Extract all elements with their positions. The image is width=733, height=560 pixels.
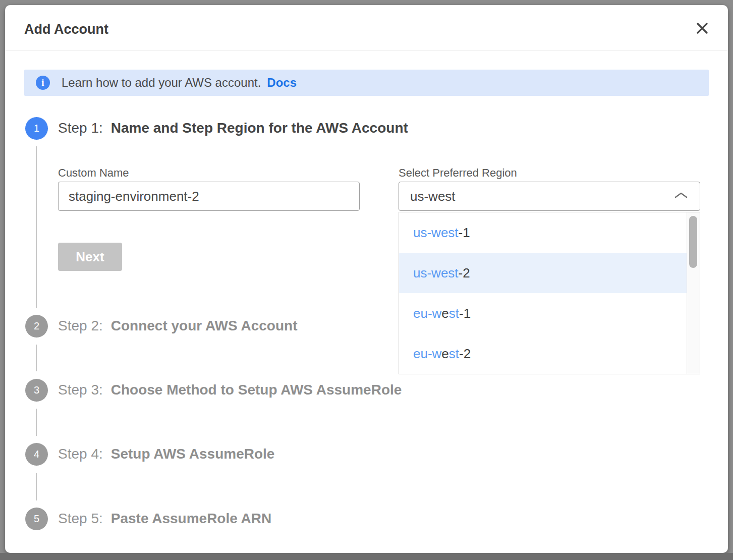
info-icon: i <box>36 76 50 90</box>
region-select[interactable]: us-west <box>399 182 700 211</box>
step-4-circle: 4 <box>25 443 48 466</box>
step-3-number: 3 <box>34 384 39 396</box>
option-rest-text: -1 <box>459 225 470 241</box>
dropdown-scrollbar-track[interactable] <box>687 212 700 374</box>
option-rest-text: e <box>441 346 448 362</box>
option-match-text: us-west <box>413 265 459 281</box>
step-4-number: 4 <box>34 449 39 460</box>
step-3-title: Choose Method to Setup AWS AssumeRole <box>111 382 402 398</box>
backdrop-bottom-edge <box>0 553 733 560</box>
region-option-us-west-2[interactable]: us-west-2 <box>399 253 687 293</box>
option-rest-text: -1 <box>459 306 471 321</box>
custom-name-label: Custom Name <box>58 166 129 180</box>
docs-link[interactable]: Docs <box>267 76 297 90</box>
step-connector-1-2 <box>36 146 37 308</box>
region-option-eu-west-2[interactable]: eu-west-2 <box>399 333 687 374</box>
step-connector-2-3 <box>36 345 37 371</box>
step-4-prefix: Step 4: <box>58 446 103 462</box>
region-option-us-west-1[interactable]: us-west-1 <box>399 212 687 253</box>
info-banner-text: Learn how to add your AWS account. <box>62 76 261 90</box>
chevron-up-icon <box>673 191 689 202</box>
step-connector-4-5 <box>36 473 37 500</box>
option-match-text: eu-w <box>413 346 441 362</box>
step-connector-3-4 <box>36 409 37 436</box>
info-banner: i Learn how to add your AWS account. Doc… <box>24 70 709 96</box>
step-2-heading: Step 2: Connect your AWS Account <box>58 311 297 341</box>
region-select-value: us-west <box>410 189 456 204</box>
step-5-title: Paste AssumeRole ARN <box>111 511 271 527</box>
step-5-heading: Step 5: Paste AssumeRole ARN <box>58 503 271 534</box>
step-4-title: Setup AWS AssumeRole <box>111 446 275 462</box>
step-3-heading: Step 3: Choose Method to Setup AWS Assum… <box>58 375 402 405</box>
option-rest-text: -2 <box>459 346 471 362</box>
option-rest-text: e <box>441 306 448 321</box>
step-3-circle: 3 <box>25 379 48 402</box>
step-5-prefix: Step 5: <box>58 511 103 527</box>
region-option-eu-west-1[interactable]: eu-west-1 <box>399 293 687 333</box>
close-icon <box>695 21 710 36</box>
modal-title: Add Account <box>24 22 108 37</box>
step-5-circle: 5 <box>25 508 48 530</box>
step-1-prefix: Step 1: <box>58 120 103 136</box>
step-1-heading: Step 1: Name and Step Region for the AWS… <box>58 113 408 143</box>
region-label: Select Preferred Region <box>399 166 517 180</box>
step-1-number: 1 <box>34 123 39 134</box>
option-match-text: st <box>449 346 459 362</box>
step-1-circle: 1 <box>25 117 48 140</box>
option-match-text: us-west <box>413 225 459 241</box>
custom-name-input[interactable] <box>58 182 360 211</box>
modal-header: Add Account <box>5 5 728 50</box>
step-1-title: Name and Step Region for the AWS Account <box>111 120 408 136</box>
next-button[interactable]: Next <box>58 243 122 271</box>
step-4-heading: Step 4: Setup AWS AssumeRole <box>58 439 274 469</box>
option-match-text: st <box>449 306 459 321</box>
step-3-prefix: Step 3: <box>58 382 103 398</box>
close-button[interactable] <box>692 18 712 38</box>
dropdown-scrollbar-thumb[interactable] <box>689 216 697 268</box>
option-rest-text: -2 <box>459 265 470 281</box>
step-2-number: 2 <box>34 320 39 332</box>
step-2-prefix: Step 2: <box>58 318 103 334</box>
option-match-text: eu-w <box>413 306 441 321</box>
region-dropdown: us-west-1 us-west-2 eu-west-1 eu-west-2 <box>399 212 700 374</box>
add-account-modal: Add Account i Learn how to add your AWS … <box>5 5 728 553</box>
step-5-number: 5 <box>34 513 39 525</box>
step-2-title: Connect your AWS Account <box>111 318 298 334</box>
step-2-circle: 2 <box>25 315 48 338</box>
